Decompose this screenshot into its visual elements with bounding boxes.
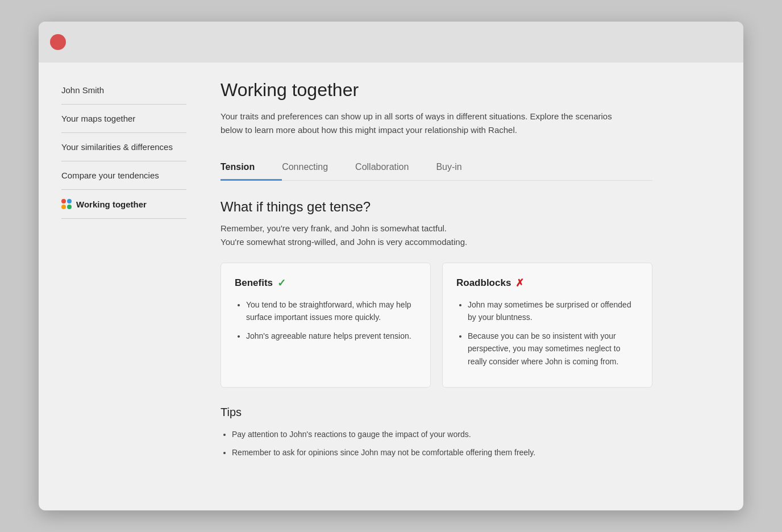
close-button[interactable] bbox=[50, 34, 66, 50]
benefits-card-title: Benefits ✓ bbox=[235, 277, 417, 289]
roadblock-item-2: Because you can be so insistent with you… bbox=[468, 330, 638, 368]
check-icon: ✓ bbox=[277, 277, 286, 289]
content-area: John Smith Your maps together Your simil… bbox=[39, 63, 743, 510]
sidebar: John Smith Your maps together Your simil… bbox=[61, 80, 186, 493]
roadblocks-card: Roadblocks ✗ John may sometimes be surpr… bbox=[442, 263, 652, 388]
benefits-card: Benefits ✓ You tend to be straightforwar… bbox=[221, 263, 431, 388]
sidebar-item-working-together[interactable]: Working together bbox=[61, 190, 186, 219]
x-icon: ✗ bbox=[515, 277, 524, 289]
sidebar-item-compare-tendencies[interactable]: Compare your tendencies bbox=[61, 161, 186, 190]
tab-buy-in[interactable]: Buy-in bbox=[436, 155, 489, 181]
dot-orange bbox=[61, 205, 66, 209]
tips-list: Pay attention to John's reactions to gau… bbox=[221, 428, 732, 459]
tab-collaboration[interactable]: Collaboration bbox=[355, 155, 436, 181]
tab-tension[interactable]: Tension bbox=[221, 155, 282, 181]
roadblocks-list: John may sometimes be surprised or offen… bbox=[456, 298, 638, 368]
sidebar-item-similarities-differences[interactable]: Your similarities & differences bbox=[61, 133, 186, 161]
tab-connecting[interactable]: Connecting bbox=[282, 155, 355, 181]
cards-row: Benefits ✓ You tend to be straightforwar… bbox=[221, 263, 652, 388]
dot-green bbox=[67, 205, 72, 209]
app-window: John Smith Your maps together Your simil… bbox=[39, 22, 743, 510]
working-together-icon bbox=[61, 199, 72, 209]
tip-item-2: Remember to ask for opinions since John … bbox=[232, 446, 732, 459]
tips-title: Tips bbox=[221, 406, 732, 419]
benefit-item-1: You tend to be straightforward, which ma… bbox=[246, 298, 417, 324]
dot-red bbox=[61, 199, 66, 203]
page-description: Your traits and preferences can show up … bbox=[221, 110, 630, 137]
tip-item-1: Pay attention to John's reactions to gau… bbox=[232, 428, 732, 440]
roadblock-item-1: John may sometimes be surprised or offen… bbox=[468, 298, 638, 324]
tips-section: Tips Pay attention to John's reactions t… bbox=[221, 406, 732, 459]
dot-blue bbox=[67, 199, 72, 203]
sidebar-item-john-smith[interactable]: John Smith bbox=[61, 85, 186, 105]
sidebar-item-your-maps-together[interactable]: Your maps together bbox=[61, 105, 186, 133]
tabs-container: Tension Connecting Collaboration Buy-in bbox=[221, 155, 652, 181]
roadblocks-card-title: Roadblocks ✗ bbox=[456, 277, 638, 289]
main-content: Working together Your traits and prefere… bbox=[186, 80, 732, 493]
page-title: Working together bbox=[221, 80, 732, 101]
section-desc-line1: Remember, you're very frank, and John is… bbox=[221, 222, 732, 249]
dot-grid-icon bbox=[61, 199, 72, 209]
benefits-list: You tend to be straightforward, which ma… bbox=[235, 298, 417, 342]
section-title: What if things get tense? bbox=[221, 199, 732, 215]
titlebar bbox=[39, 22, 743, 63]
benefit-item-2: John's agreeable nature helps prevent te… bbox=[246, 330, 417, 342]
